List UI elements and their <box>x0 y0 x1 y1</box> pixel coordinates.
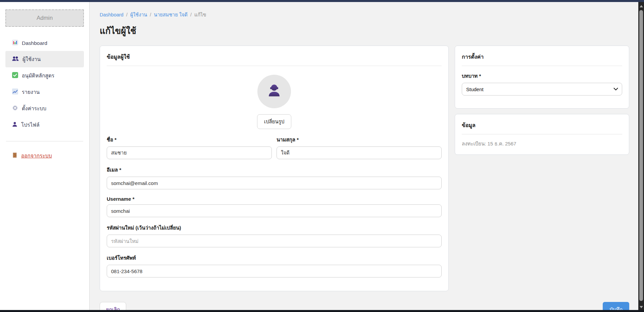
scrollbar-thumb[interactable] <box>639 10 643 301</box>
info-card-title: ข้อมูล <box>462 121 622 134</box>
breadcrumb-separator: / <box>126 12 128 17</box>
logout-label: ออกจากระบบ <box>21 151 52 160</box>
door-icon <box>12 152 17 159</box>
breadcrumb-separator: / <box>190 12 192 17</box>
sidebar-nav: Dashboard ผู้ใช้งาน <box>0 36 89 133</box>
sidebar-item-label: อนุมัติหลักสูตร <box>22 71 54 80</box>
scroll-down-arrow-icon[interactable] <box>640 306 643 308</box>
username-input[interactable] <box>107 204 442 217</box>
breadcrumb-separator: / <box>150 12 151 17</box>
page-title: แก้ไขผู้ใช้ <box>100 24 638 38</box>
breadcrumb-current: แก้ไข <box>194 11 206 18</box>
sidebar-item-label: รายงาน <box>22 88 40 96</box>
save-button[interactable]: บันทึก <box>603 302 629 310</box>
logout-link[interactable]: ออกจากระบบ <box>5 147 84 164</box>
last-name-input[interactable] <box>277 146 442 159</box>
avatar-person-icon <box>266 83 282 100</box>
sidebar: Admin Dashboard <box>0 2 90 310</box>
main-content: Dashboard / ผู้ใช้งาน / นายสมชาย ใจดี / … <box>90 2 638 310</box>
sidebar-item-reports[interactable]: รายงาน <box>5 84 84 100</box>
bar-chart-icon <box>12 40 18 47</box>
sidebar-item-label: ผู้ใช้งาน <box>22 55 41 63</box>
last-name-label: นามสกุล * <box>277 136 442 144</box>
scrollbar-track[interactable] <box>638 2 644 310</box>
bottom-accent-bar <box>0 310 644 312</box>
user-info-card-title: ข้อมูลผู้ใช้ <box>107 53 442 66</box>
avatar <box>257 75 291 108</box>
sidebar-item-profile[interactable]: โปรไฟล์ <box>5 117 84 133</box>
sidebar-item-users[interactable]: ผู้ใช้งาน <box>5 51 84 67</box>
first-name-label: ชื่อ * <box>107 136 272 144</box>
scroll-up-arrow-icon[interactable] <box>640 5 643 7</box>
sidebar-item-dashboard[interactable]: Dashboard <box>5 36 84 51</box>
brand-label: Admin <box>37 15 53 21</box>
breadcrumb: Dashboard / ผู้ใช้งาน / นายสมชาย ใจดี / … <box>100 11 638 18</box>
phone-label: เบอร์โทรศัพท์ <box>107 254 442 262</box>
cancel-button[interactable]: ยกเลิก <box>100 302 126 310</box>
settings-card-title: การตั้งค่า <box>462 53 622 66</box>
user-info-card: ข้อมูลผู้ใช้ <box>100 46 449 291</box>
role-label: บทบาท * <box>462 72 622 80</box>
settings-card: การตั้งค่า บทบาท * Student <box>455 46 629 109</box>
new-password-label: รหัสผ่านใหม่ (เว้นว่างถ้าไม่เปลี่ยน) <box>107 224 442 232</box>
email-label: อีเมล * <box>107 166 442 174</box>
sidebar-item-label: โปรไฟล์ <box>21 121 40 129</box>
person-icon <box>12 122 17 128</box>
brand-logo-placeholder: Admin <box>5 9 84 27</box>
phone-input[interactable] <box>107 265 442 277</box>
change-photo-button[interactable]: เปลี่ยนรูป <box>257 114 291 129</box>
sidebar-item-system-settings[interactable]: ตั้งค่าระบบ <box>5 100 84 117</box>
email-input[interactable] <box>107 177 442 189</box>
check-icon <box>12 72 18 79</box>
sidebar-item-approve-courses[interactable]: อนุมัติหลักสูตร <box>5 67 84 84</box>
breadcrumb-link-dashboard[interactable]: Dashboard <box>100 12 123 17</box>
users-icon <box>12 56 19 63</box>
sidebar-divider <box>6 141 83 141</box>
username-label: Username * <box>107 196 442 202</box>
breadcrumb-link-user-name[interactable]: นายสมชาย ใจดี <box>154 11 188 18</box>
cancel-button-label: ยกเลิก <box>106 307 120 310</box>
trend-chart-icon <box>12 88 18 96</box>
sidebar-item-label: Dashboard <box>22 40 47 46</box>
registered-date-text: ลงทะเบียน: 15 ธ.ค. 2567 <box>462 140 622 148</box>
sidebar-item-label: ตั้งค่าระบบ <box>22 104 46 113</box>
role-select[interactable]: Student <box>462 83 622 96</box>
new-password-input[interactable] <box>107 235 442 247</box>
breadcrumb-link-users[interactable]: ผู้ใช้งาน <box>130 11 147 18</box>
first-name-input[interactable] <box>107 146 272 159</box>
info-card: ข้อมูล ลงทะเบียน: 15 ธ.ค. 2567 <box>455 114 629 155</box>
gear-icon <box>12 105 18 112</box>
